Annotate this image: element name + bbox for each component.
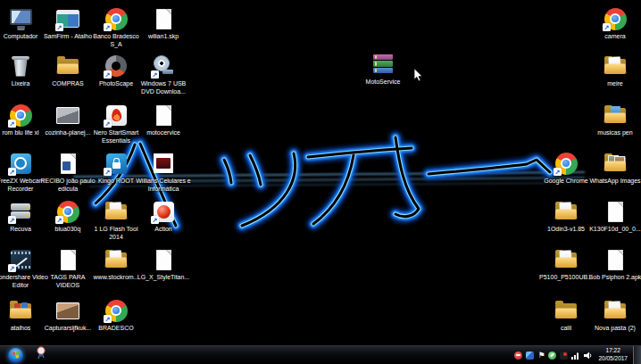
folder-docs-icon <box>554 247 579 272</box>
doc-icon <box>603 199 628 224</box>
doc-icon <box>151 247 176 272</box>
icon-motocervice[interactable]: motocervice <box>136 103 191 137</box>
chrome-icon: ↗ <box>104 6 129 31</box>
icon-musicas-pen[interactable]: musicas pen <box>587 103 641 137</box>
icon-label: PhotoScape <box>99 80 133 88</box>
pinned-app-button[interactable] <box>35 346 47 364</box>
photo-gray-icon <box>55 103 80 128</box>
tray-green-app-icon[interactable] <box>548 352 556 360</box>
system-tray: ⚑ <box>514 352 593 360</box>
icon-lg-x-styletitan[interactable]: LG_X_StyleTitan... <box>136 247 191 282</box>
tray-security-icon[interactable] <box>560 352 568 360</box>
nero-icon: ↗ <box>104 103 129 128</box>
clock-time: 17:22 <box>598 347 628 355</box>
icon-label: Nova pasta (2) <box>595 325 636 333</box>
icon-label: Kingo ROOT <box>98 178 134 186</box>
shortcut-arrow-icon: ↗ <box>554 168 562 176</box>
icon-tags-para-videos[interactable]: TAGS PARA VIDEOS <box>40 247 96 290</box>
logo-image-icon <box>151 151 176 176</box>
window-app-icon: ↗ <box>55 6 80 31</box>
start-button[interactable] <box>8 348 23 363</box>
icon-label: wilian1.skp <box>148 33 179 41</box>
icon-label: 1Odin3-v1.85 <box>547 226 585 234</box>
icon-label: MotoService <box>366 79 401 87</box>
recuva-icon: ↗ <box>8 199 33 224</box>
action-center-flag-icon[interactable]: ⚑ <box>537 352 545 360</box>
icon-google-chrome[interactable]: ↗Google Chrome <box>538 151 594 186</box>
icon-bob-psiphon-2-apk[interactable]: Bob Psiphon 2.apk <box>587 247 641 282</box>
icon-label: motocervice <box>146 129 180 137</box>
taskbar: ⚑ 17:22 20/05/2017 <box>0 345 641 364</box>
icon-label: Recuva <box>10 226 31 234</box>
network-icon[interactable] <box>571 352 580 360</box>
icon-label: Windows 7 USB DVD Downloa... <box>136 80 191 96</box>
recycle-bin-icon <box>8 54 33 79</box>
shortcut-arrow-icon: ↗ <box>151 216 159 224</box>
icon-k130f10d-00-0[interactable]: K130F10d_00_0... <box>587 199 641 234</box>
folder-docs-icon <box>104 199 129 224</box>
icon-bradesco[interactable]: ↗BRADESCO <box>88 298 144 333</box>
shortcut-arrow-icon: ↗ <box>104 168 112 176</box>
icon-p5100-p5100ub[interactable]: P5100_P5100UB... <box>538 247 594 282</box>
photo-tan-icon <box>55 298 80 323</box>
icon-calil[interactable]: calil <box>538 298 594 333</box>
shortcut-arrow-icon: ↗ <box>8 264 16 272</box>
show-desktop-button[interactable] <box>633 346 641 364</box>
icon-compras[interactable]: COMPRAS <box>40 54 96 88</box>
icon-label: SamFirm - Atalho <box>44 33 92 41</box>
icon-label: RECIBO joão paulo edicula <box>40 178 96 194</box>
doc-icon <box>151 103 176 128</box>
icon-recibo-jo-o-paulo-edicula[interactable]: RECIBO joão paulo edicula <box>40 151 96 194</box>
icon-wilian1-skp[interactable]: wilian1.skp <box>136 6 191 41</box>
icon-camera[interactable]: ↗camera <box>587 6 641 41</box>
icon-1odin3-v1-85[interactable]: 1Odin3-v1.85 <box>538 199 594 234</box>
icon-action[interactable]: ↗Action <box>136 199 191 234</box>
photoscape-icon: ↗ <box>104 54 129 79</box>
icon-label: LG_X_StyleTitan... <box>137 274 190 282</box>
shortcut-arrow-icon: ↗ <box>104 315 112 323</box>
icon-meire[interactable]: meire <box>587 54 641 88</box>
winrar-icon <box>370 52 395 77</box>
icon-label: rom blu life xl <box>2 129 38 137</box>
icon-windows-7-usb-dvd-downloa[interactable]: ↗Windows 7 USB DVD Downloa... <box>136 54 191 96</box>
doc-icon <box>603 247 628 272</box>
icon-label: meire <box>607 80 623 88</box>
icon-willians-celulares-e-inform-tica[interactable]: Willians Celulares e Informática <box>136 151 191 194</box>
icon-label: WhatsApp Images <box>589 178 640 186</box>
icon-blua030q[interactable]: ↗blua030q <box>40 199 96 234</box>
icon-label: www.stockrom... <box>94 274 139 282</box>
chrome-icon: ↗ <box>8 103 33 128</box>
icon-label: Lixeira <box>12 80 30 88</box>
icon-label: camera <box>604 33 625 41</box>
icon-label: Computador <box>4 33 38 41</box>
shortcut-arrow-icon: ↗ <box>8 120 16 128</box>
icon-cozinha-planej[interactable]: cozinha-planej... <box>40 103 96 137</box>
tray-blue-app-icon[interactable] <box>526 352 534 360</box>
icon-samfirm-atalho[interactable]: ↗SamFirm - Atalho <box>40 6 96 41</box>
desktop-screen: ハッカー <box>0 0 641 364</box>
icon-label: Willians Celulares e Informática <box>136 178 191 194</box>
folder-icon <box>55 54 80 79</box>
chrome-icon: ↗ <box>104 298 129 323</box>
folder-docs-icon <box>554 199 579 224</box>
webcam-icon: ↗ <box>8 151 33 176</box>
volume-icon[interactable] <box>584 352 593 360</box>
icon-motoservice[interactable]: MotoService <box>355 52 411 87</box>
taskbar-clock[interactable]: 17:22 20/05/2017 <box>593 347 631 363</box>
icon-nova-pasta-2[interactable]: Nova pasta (2) <box>587 298 641 333</box>
icon-label: Action <box>154 226 171 234</box>
shortcut-arrow-icon: ↗ <box>55 216 63 224</box>
folder-icon <box>554 298 579 323</box>
shortcut-arrow-icon: ↗ <box>603 23 611 31</box>
icon-label: musicas pen <box>597 129 632 137</box>
kingo-icon: ↗ <box>104 151 129 176</box>
mouse-cursor <box>412 68 424 82</box>
icon-whatsapp-images[interactable]: WhatsApp Images <box>587 151 641 186</box>
chrome-icon: ↗ <box>603 6 628 31</box>
action-icon: ↗ <box>151 199 176 224</box>
icon-capturarsijfkuk[interactable]: Capturarsijfkuk... <box>40 298 96 333</box>
computer-icon <box>8 6 33 31</box>
folder-docs-icon <box>603 54 628 79</box>
tray-red-status-icon[interactable] <box>514 352 522 360</box>
icon-label: Google Chrome <box>544 178 587 186</box>
